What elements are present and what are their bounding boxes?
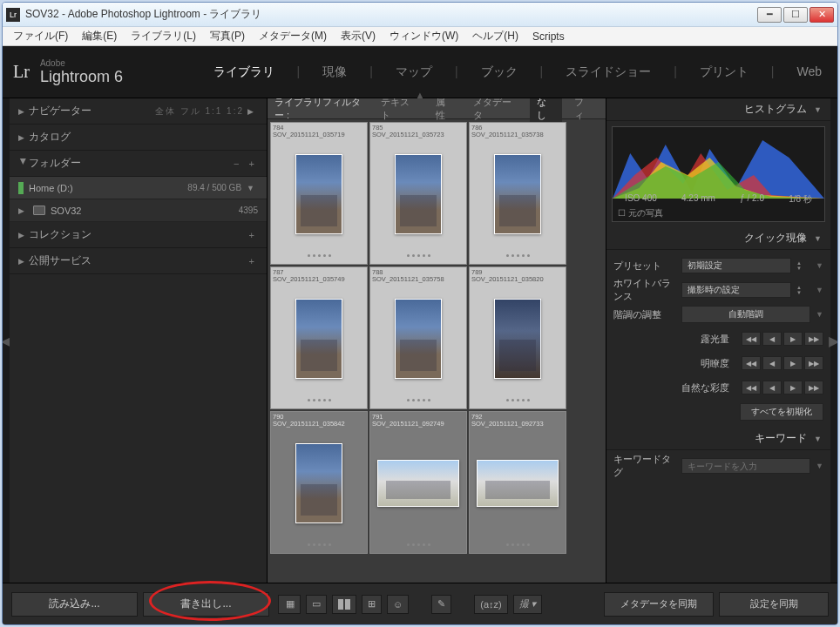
wb-select[interactable]: 撮影時の設定 (681, 282, 791, 298)
thumb-rating[interactable] (471, 393, 564, 407)
panel-keywords-header[interactable]: キーワード▼ (606, 428, 830, 450)
maximize-button[interactable]: ☐ (783, 7, 808, 23)
clarity-stepper[interactable]: ◀◀◀▶▶▶ (742, 356, 823, 370)
folder-row[interactable]: ▶ SOV32 4395 (10, 199, 267, 222)
panel-collapse-top-icon[interactable]: ▲ (416, 90, 425, 100)
exposure-stepper[interactable]: ◀◀◀▶▶▶ (742, 332, 823, 346)
thumbnail-cell[interactable]: 790SOV_20151121_035842 (270, 411, 368, 554)
survey-view-icon[interactable]: ⊞ (362, 595, 382, 614)
thumb-rating[interactable] (471, 248, 564, 262)
titlebar[interactable]: Lr SOV32 - Adobe Photoshop Lightroom - ラ… (3, 3, 837, 27)
grid-view-icon[interactable]: ▦ (278, 595, 301, 614)
thumb-meta: 788SOV_20151121_035758 (372, 269, 464, 285)
navigator-zoom-options[interactable]: 全体 フル 1:1 1:2 (155, 105, 244, 118)
sort-menu-icon[interactable]: 撮 ▾ (513, 595, 542, 614)
drive-row[interactable]: Home (D:) 89.4 / 500 GB ▼ (10, 177, 267, 199)
thumb-rating[interactable] (273, 537, 365, 551)
thumb-image (377, 460, 459, 507)
menu-library[interactable]: ライブラリ(L) (125, 27, 201, 45)
wb-label: ホワイトバランス (613, 277, 676, 303)
thumbnail-cell[interactable]: 785SOV_20151121_035723 (369, 122, 467, 265)
thumbnail-cell[interactable]: 789SOV_20151121_035820 (469, 266, 566, 409)
thumb-meta: 786SOV_20151121_035738 (471, 125, 564, 140)
menu-help[interactable]: ヘルプ(H) (467, 27, 524, 45)
hist-shutter: 1/8 秒 (789, 193, 812, 206)
logo-brand: Adobe (40, 58, 123, 68)
thumbnail-cell[interactable]: 792SOV_20151121_092733 (469, 411, 566, 554)
panel-catalog[interactable]: ▶カタログ (10, 125, 267, 151)
panel-quickdev-header[interactable]: クイック現像▼ (606, 227, 830, 250)
right-panel-collapse[interactable]: ▶ (830, 98, 837, 583)
sort-direction-icon[interactable]: (a↕z) (474, 595, 507, 614)
histogram[interactable]: ISO 400 4.23 mm ƒ / 2.0 1/8 秒 元の写真 (612, 126, 825, 222)
module-web[interactable]: Web (791, 64, 827, 80)
module-develop[interactable]: 現像 (317, 64, 352, 80)
menu-photo[interactable]: 写真(P) (205, 27, 250, 45)
hist-aperture: ƒ / 2.0 (740, 193, 764, 206)
close-button[interactable]: ✕ (810, 7, 834, 23)
folders-add-remove[interactable]: − + (234, 158, 258, 169)
footer: 読み込み... 書き出し... ▦ ▭ ⊞ ☺ ✎ (a↕z) 撮 ▾ メタデー… (3, 583, 837, 624)
thumbnail-cell[interactable]: 786SOV_20151121_035738 (469, 122, 566, 265)
svg-rect-0 (338, 599, 343, 610)
hist-iso: ISO 400 (625, 193, 657, 206)
menu-view[interactable]: 表示(V) (335, 27, 381, 45)
import-button[interactable]: 読み込み... (11, 592, 138, 617)
panel-collections[interactable]: ▶コレクション+ (10, 222, 267, 248)
keyword-input[interactable] (681, 458, 810, 474)
compare-view-icon[interactable] (332, 595, 356, 614)
left-panel: ▶ナビゲーター 全体 フル 1:1 1:2▶ ▶カタログ ▶フォルダー − + … (10, 98, 268, 583)
thumb-rating[interactable] (372, 537, 464, 551)
menu-edit[interactable]: 編集(E) (77, 27, 122, 45)
module-print[interactable]: プリント (694, 64, 754, 80)
thumb-rating[interactable] (372, 393, 464, 407)
thumb-rating[interactable] (273, 393, 365, 407)
painter-icon[interactable]: ✎ (431, 595, 451, 614)
loupe-view-icon[interactable]: ▭ (306, 595, 327, 614)
panel-navigator[interactable]: ▶ナビゲーター 全体 フル 1:1 1:2▶ (10, 98, 267, 125)
thumb-meta: 792SOV_20151121_092733 (471, 414, 564, 429)
minimize-button[interactable]: ━ (757, 7, 782, 23)
people-view-icon[interactable]: ☺ (387, 595, 409, 614)
menu-window[interactable]: ウィンドウ(W) (384, 27, 464, 45)
thumb-rating[interactable] (471, 537, 564, 551)
panel-publish[interactable]: ▶公開サービス+ (10, 248, 267, 274)
auto-tone-button[interactable]: 自動階調 (681, 306, 810, 323)
export-button[interactable]: 書き出し... (143, 592, 269, 617)
thumbnail-cell[interactable]: 791SOV_20151121_092749 (369, 411, 467, 554)
sync-settings-button[interactable]: 設定を同期 (719, 592, 829, 617)
thumb-rating[interactable] (372, 248, 464, 262)
menubar: ファイル(F) 編集(E) ライブラリ(L) 写真(P) メタデータ(M) 表示… (3, 27, 837, 46)
hist-original-checkbox[interactable]: 元の写真 (618, 207, 663, 219)
tone-label: 階調の調整 (613, 308, 676, 321)
reset-all-button[interactable]: すべてを初期化 (740, 403, 823, 421)
thumb-rating[interactable] (273, 248, 365, 262)
preset-select[interactable]: 初期設定 (681, 258, 791, 273)
menu-file[interactable]: ファイル(F) (8, 27, 73, 45)
module-slideshow[interactable]: スライドショー (560, 64, 656, 80)
vibrance-stepper[interactable]: ◀◀◀▶▶▶ (742, 381, 823, 394)
right-panel: ヒストグラム▼ ISO 400 4.23 mm ƒ / 2.0 1/8 秒 (606, 98, 830, 583)
thumb-image (395, 154, 442, 234)
module-library[interactable]: ライブラリ (208, 64, 280, 80)
thumbnail-grid[interactable]: 784SOV_20151121_035719785SOV_20151121_03… (268, 119, 606, 583)
module-book[interactable]: ブック (476, 64, 523, 80)
thumb-meta: 784SOV_20151121_035719 (273, 125, 365, 140)
preset-label: プリセット (613, 260, 676, 273)
left-panel-collapse[interactable]: ◀ (3, 98, 10, 583)
panel-histogram-header[interactable]: ヒストグラム▼ (606, 98, 830, 121)
module-map[interactable]: マップ (390, 64, 437, 80)
sync-metadata-button[interactable]: メタデータを同期 (604, 592, 714, 617)
thumb-image (395, 299, 442, 379)
menu-metadata[interactable]: メタデータ(M) (254, 27, 332, 45)
toolbar: ▦ ▭ ⊞ ☺ ✎ (a↕z) 撮 ▾ (269, 595, 604, 614)
panel-folders[interactable]: ▶フォルダー − + (10, 151, 267, 177)
thumb-meta: 787SOV_20151121_035749 (273, 269, 365, 285)
thumbnail-cell[interactable]: 787SOV_20151121_035749 (270, 266, 368, 409)
stepper-icon[interactable]: ▲▼ (796, 285, 810, 295)
menu-scripts[interactable]: Scripts (527, 29, 570, 44)
stepper-icon[interactable]: ▲▼ (796, 260, 810, 271)
thumb-image (494, 154, 541, 234)
thumbnail-cell[interactable]: 788SOV_20151121_035758 (369, 266, 467, 409)
thumbnail-cell[interactable]: 784SOV_20151121_035719 (270, 122, 368, 265)
